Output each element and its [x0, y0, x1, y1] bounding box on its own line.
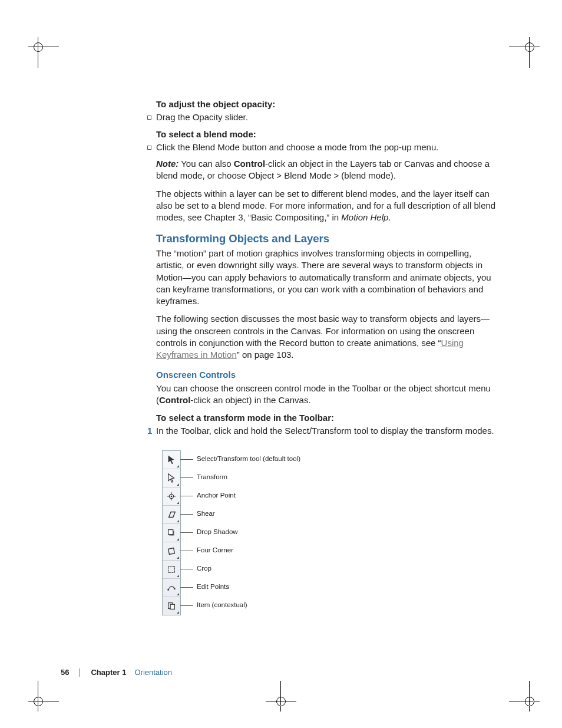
pointer-icon — [166, 454, 177, 465]
note-paragraph: Note: You can also Control-click an obje… — [156, 158, 498, 182]
svg-rect-8 — [168, 566, 175, 572]
crop-mark-icon — [509, 27, 550, 68]
section-heading-transforming: Transforming Objects and Layers — [156, 232, 498, 246]
submenu-indicator-icon — [177, 556, 179, 559]
tool-anchor-point — [163, 487, 180, 506]
svg-point-1 — [171, 495, 173, 497]
chapter-name: Orientation — [134, 668, 172, 677]
tool-item-contextual — [163, 597, 180, 615]
heading-adjust-opacity: To adjust the object opacity: — [156, 98, 498, 110]
tool-strip — [162, 450, 181, 615]
submenu-indicator-icon — [177, 575, 179, 577]
divider — [80, 668, 80, 677]
tool-label: Transform — [197, 473, 227, 482]
svg-rect-7 — [168, 529, 173, 534]
svg-point-9 — [167, 589, 169, 591]
item-icon — [166, 601, 177, 611]
anchor-point-icon — [166, 491, 177, 502]
tool-label: Item (contextual) — [197, 601, 247, 610]
subheading-onscreen-controls: Onscreen Controls — [156, 369, 498, 381]
toolbar-figure: Select/Transform tool (default tool) Tra… — [162, 450, 498, 615]
paragraph: The following section discusses the most… — [156, 313, 498, 361]
bullet-text: Click the Blend Mode button and choose a… — [156, 141, 438, 153]
tool-label: Drop Shadow — [197, 528, 238, 537]
submenu-indicator-icon — [177, 465, 179, 467]
bullet-text: Drag the Opacity slider. — [156, 111, 248, 123]
page-number: 56 — [61, 668, 69, 677]
step-text: In the Toolbar, click and hold the Selec… — [156, 425, 498, 437]
submenu-indicator-icon — [177, 593, 179, 595]
tool-shear — [163, 506, 180, 524]
heading-select-transform-mode: To select a transform mode in the Toolba… — [156, 412, 498, 424]
chapter-label: Chapter 1 — [91, 668, 126, 677]
note-label: Note: — [156, 159, 178, 169]
pointer-outline-icon — [166, 473, 177, 483]
shear-icon — [166, 509, 177, 520]
crop-mark-icon — [18, 681, 59, 722]
tool-edit-points — [163, 579, 180, 597]
tool-label: Crop — [197, 564, 211, 574]
svg-point-10 — [174, 588, 176, 589]
edit-points-icon — [166, 582, 177, 593]
crop-mark-icon — [509, 681, 550, 722]
page-footer: 56 Chapter 1 Orientation — [61, 668, 172, 677]
tool-select-transform — [163, 451, 180, 469]
tool-label: Edit Points — [197, 582, 229, 592]
submenu-indicator-icon — [177, 483, 179, 486]
step-number: 1 — [147, 425, 152, 437]
tool-transform — [163, 469, 180, 487]
tool-label: Anchor Point — [197, 491, 236, 500]
heading-select-blend: To select a blend mode: — [156, 129, 498, 140]
tool-crop — [163, 561, 180, 579]
drop-shadow-icon — [166, 528, 177, 538]
bullet-icon — [147, 146, 151, 150]
four-corner-icon — [166, 546, 177, 556]
crop-mark-icon — [260, 681, 302, 722]
paragraph: You can choose the onscreen control mode… — [156, 383, 498, 407]
submenu-indicator-icon — [177, 611, 179, 614]
tool-label: Select/Transform tool (default tool) — [197, 454, 300, 464]
submenu-indicator-icon — [177, 520, 179, 522]
svg-rect-12 — [170, 604, 174, 609]
tool-label: Shear — [197, 509, 215, 519]
paragraph: The objects within a layer can be set to… — [156, 188, 498, 224]
tool-label: Four Corner — [197, 546, 233, 555]
tool-four-corner — [163, 542, 180, 561]
submenu-indicator-icon — [177, 538, 179, 541]
crop-mark-icon — [18, 27, 59, 68]
paragraph: The “motion” part of motion graphics inv… — [156, 248, 498, 307]
crop-icon — [166, 564, 177, 575]
bullet-icon — [147, 116, 151, 120]
tool-drop-shadow — [163, 524, 180, 542]
submenu-indicator-icon — [177, 502, 179, 504]
